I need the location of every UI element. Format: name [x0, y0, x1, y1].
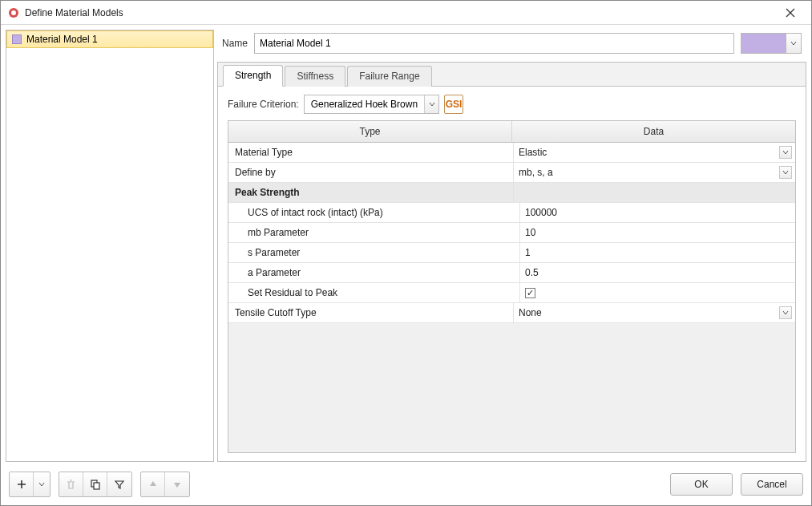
grid-row-value-cell[interactable]: mb, s, a	[514, 163, 795, 182]
grid-header-data: Data	[512, 121, 795, 142]
chevron-down-icon[interactable]	[779, 146, 792, 159]
app-icon	[7, 6, 20, 19]
grid-row: Tensile Cutoff TypeNone	[228, 303, 795, 323]
grid-row: Set Residual to Peak✓	[228, 283, 795, 303]
grid-row-value: mb, s, a	[519, 167, 553, 178]
dialog-body: Material Model 1 Name Strength Stiffness	[1, 25, 811, 467]
name-input[interactable]	[254, 33, 734, 54]
move-up-button[interactable]	[141, 472, 165, 496]
grid-header: Type Data	[228, 121, 795, 143]
edit-button-group	[59, 472, 132, 497]
grid-row: UCS of intact rock (intact) (kPa)100000	[228, 203, 795, 223]
grid-row-value: Elastic	[519, 147, 547, 158]
chevron-down-icon[interactable]	[779, 306, 792, 319]
grid-row-label: mb Parameter	[228, 223, 520, 242]
add-button[interactable]	[10, 472, 34, 496]
tab-content-strength: Failure Criterion: Generalized Hoek Brow…	[218, 87, 806, 461]
name-bar: Name	[217, 30, 806, 57]
grid-row-value-cell	[514, 183, 795, 202]
grid-row-value-cell[interactable]: 100000	[520, 203, 795, 222]
ok-label: OK	[694, 479, 708, 490]
grid-row-label: Peak Strength	[228, 183, 514, 202]
footer-bar: OK Cancel	[1, 467, 811, 505]
grid-row-value-cell[interactable]: 1	[520, 243, 795, 262]
chevron-down-icon[interactable]	[424, 95, 438, 113]
checkbox[interactable]: ✓	[525, 288, 535, 298]
tab-failure-range[interactable]: Failure Range	[347, 66, 431, 87]
grid-row-value-cell[interactable]: 10	[520, 223, 795, 242]
copy-button[interactable]	[83, 472, 107, 496]
material-color-swatch-icon	[12, 34, 22, 44]
window-title: Define Material Models	[25, 7, 773, 18]
grid-row-label: Define by	[228, 163, 514, 182]
grid-header-type: Type	[228, 121, 512, 142]
move-button-group	[140, 472, 190, 497]
add-button-group	[9, 472, 50, 497]
grid-section-row: Peak Strength	[228, 183, 795, 203]
color-swatch	[741, 34, 786, 53]
grid-row-label: Set Residual to Peak	[228, 283, 520, 302]
grid-row-label: Material Type	[228, 143, 514, 162]
ok-button[interactable]: OK	[670, 473, 733, 496]
material-list-item[interactable]: Material Model 1	[6, 30, 213, 48]
grid-body: Material TypeElasticDefine bymb, s, aPea…	[228, 143, 795, 323]
right-pane: Name Strength Stiffness Failure Range	[217, 30, 806, 462]
tab-strip: Strength Stiffness Failure Range	[218, 63, 806, 87]
grid-row: Define bymb, s, a	[228, 163, 795, 183]
grid-row-label: UCS of intact rock (intact) (kPa)	[228, 203, 520, 222]
grid-row-value-cell[interactable]: Elastic	[514, 143, 795, 162]
grid-row-label: a Parameter	[228, 263, 520, 282]
close-button[interactable]	[773, 2, 808, 24]
tab-container: Strength Stiffness Failure Range Failure…	[217, 62, 806, 462]
failure-criterion-combo[interactable]: Generalized Hoek Brown	[304, 95, 439, 114]
grid-row-value-cell[interactable]: None	[514, 303, 795, 322]
properties-grid: Type Data Material TypeElasticDefine bym…	[228, 120, 796, 453]
failure-criterion-label: Failure Criterion:	[228, 99, 299, 110]
title-bar: Define Material Models	[1, 1, 811, 25]
grid-row-value-cell[interactable]: ✓	[520, 283, 795, 302]
color-picker[interactable]	[741, 33, 802, 54]
add-dropdown-button[interactable]	[34, 472, 50, 496]
gsi-label: GSI	[446, 99, 463, 110]
grid-row: mb Parameter10	[228, 223, 795, 243]
grid-row-value: 100000	[525, 207, 557, 218]
grid-row-label: Tensile Cutoff Type	[228, 303, 514, 322]
grid-row: Material TypeElastic	[228, 143, 795, 163]
dialog-window: Define Material Models Material Model 1 …	[0, 0, 812, 506]
material-list[interactable]: Material Model 1	[6, 30, 214, 462]
tab-label: Stiffness	[297, 71, 333, 82]
tab-label: Strength	[235, 70, 271, 81]
color-dropdown-button[interactable]	[786, 34, 801, 53]
filter-button[interactable]	[107, 472, 131, 496]
tab-label: Failure Range	[359, 71, 419, 82]
delete-button[interactable]	[59, 472, 83, 496]
svg-point-1	[11, 10, 16, 15]
material-list-item-label: Material Model 1	[26, 34, 98, 45]
grid-row-value: None	[519, 307, 542, 318]
grid-row-label: s Parameter	[228, 243, 520, 262]
failure-criterion-value: Generalized Hoek Brown	[305, 95, 424, 113]
svg-rect-3	[94, 483, 99, 489]
grid-row-value: 0.5	[525, 267, 539, 278]
grid-row-value: 1	[525, 247, 531, 258]
gsi-button[interactable]: GSI	[444, 95, 463, 114]
grid-row: a Parameter0.5	[228, 263, 795, 283]
grid-row-value-cell[interactable]: 0.5	[520, 263, 795, 282]
grid-row: s Parameter1	[228, 243, 795, 263]
chevron-down-icon[interactable]	[779, 166, 792, 179]
move-down-button[interactable]	[165, 472, 189, 496]
cancel-button[interactable]: Cancel	[741, 473, 803, 496]
tab-strength[interactable]: Strength	[223, 65, 283, 87]
name-label: Name	[222, 38, 248, 49]
tab-stiffness[interactable]: Stiffness	[285, 66, 345, 87]
grid-row-value: 10	[525, 227, 535, 238]
failure-criterion-row: Failure Criterion: Generalized Hoek Brow…	[228, 95, 796, 114]
cancel-label: Cancel	[757, 479, 786, 490]
